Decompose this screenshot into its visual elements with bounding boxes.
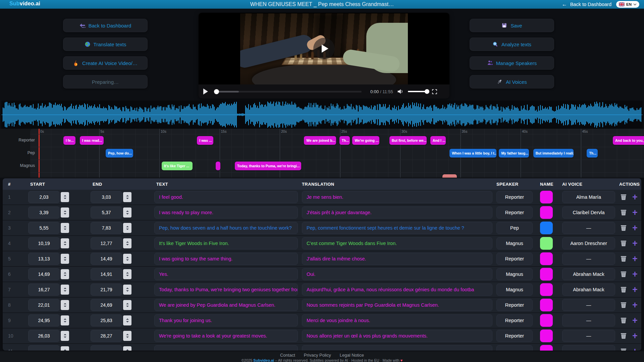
- ai-voice-input[interactable]: Claribel Dervla: [562, 206, 615, 219]
- back-to-dashboard-button[interactable]: BACKBack to Dashboard: [63, 19, 148, 32]
- end-time-input[interactable]: [91, 345, 122, 351]
- create-ai-voice-video-button[interactable]: Create AI Voice Video/…: [63, 56, 148, 70]
- delete-row-button[interactable]: [620, 224, 627, 232]
- start-time-input[interactable]: 2,03: [28, 191, 60, 203]
- add-row-button[interactable]: +: [632, 333, 638, 339]
- end-time-input[interactable]: 21,79: [91, 284, 122, 296]
- speaker-input[interactable]: [496, 345, 533, 351]
- progress-bar[interactable]: [215, 91, 362, 93]
- end-time-stepper[interactable]: [123, 223, 131, 233]
- add-row-button[interactable]: +: [632, 255, 638, 262]
- end-time-input[interactable]: 7,83: [91, 222, 122, 234]
- delete-row-button[interactable]: [620, 193, 627, 201]
- text-input[interactable]: I feel good.: [154, 191, 298, 203]
- text-input[interactable]: [154, 345, 298, 351]
- translation-input[interactable]: Aujourd'hui, grâce à Puma, nous réunisso…: [302, 284, 492, 296]
- speaker-input[interactable]: Reporter: [496, 206, 533, 219]
- start-time-stepper[interactable]: [61, 192, 69, 202]
- subtitle-segment[interactable]: And I ...: [430, 136, 446, 145]
- end-time-stepper[interactable]: [123, 285, 131, 295]
- text-input[interactable]: Today, thanks to Puma, we're bringing tw…: [154, 284, 298, 296]
- speaker-color-swatch[interactable]: [540, 283, 553, 296]
- add-row-button[interactable]: +: [632, 317, 638, 324]
- add-row-button[interactable]: +: [632, 240, 638, 247]
- ai-voice-input[interactable]: —: [562, 253, 615, 265]
- speaker-input[interactable]: Magnus: [496, 237, 533, 249]
- speaker-color-swatch[interactable]: [540, 237, 553, 250]
- subtitle-segment[interactable]: I fe...: [63, 136, 75, 145]
- subtitle-segment[interactable]: I was ...: [197, 136, 213, 145]
- fullscreen-icon[interactable]: [431, 88, 438, 95]
- subtitle-segment[interactable]: We're going ...: [352, 136, 379, 145]
- subtitle-segment[interactable]: [442, 174, 457, 178]
- start-time-stepper[interactable]: [61, 346, 69, 351]
- subtitle-segment[interactable]: When I was a little boy, I t...: [449, 149, 496, 158]
- end-time-input[interactable]: 25,83: [91, 314, 122, 326]
- start-time-input[interactable]: 16,27: [28, 284, 60, 296]
- end-time-stepper[interactable]: [123, 269, 131, 279]
- delete-row-button[interactable]: [620, 317, 627, 324]
- play-button[interactable]: [203, 88, 208, 95]
- text-input[interactable]: We're going to take a look at your great…: [154, 330, 298, 342]
- audio-waveform[interactable]: [1, 101, 643, 129]
- end-time-stepper[interactable]: [123, 346, 131, 351]
- start-time-stepper[interactable]: [61, 300, 69, 310]
- add-row-button[interactable]: +: [632, 348, 638, 351]
- subtitle-segment[interactable]: Th...: [339, 136, 350, 145]
- subtitle-segment[interactable]: We are joined b...: [304, 136, 336, 145]
- translation-input[interactable]: Nous allons jeter un œil à vos plus gran…: [302, 330, 492, 342]
- end-time-stepper[interactable]: [123, 315, 131, 325]
- speaker-color-swatch[interactable]: [540, 206, 553, 219]
- start-time-input[interactable]: 5,55: [28, 222, 60, 234]
- start-time-stepper[interactable]: [61, 207, 69, 218]
- add-row-button[interactable]: +: [632, 286, 638, 293]
- speaker-input[interactable]: Magnus: [496, 268, 533, 280]
- footer-link-privacy-policy[interactable]: Privacy Policy: [304, 353, 331, 358]
- text-input[interactable]: Thank you for joining us.: [154, 314, 298, 326]
- translation-input[interactable]: Merci de vous joindre à nous.: [302, 314, 492, 326]
- add-row-button[interactable]: +: [632, 302, 638, 308]
- end-time-stepper[interactable]: [123, 238, 131, 248]
- add-row-button[interactable]: +: [632, 194, 638, 200]
- ai-voice-input[interactable]: Aaron Dreschner: [562, 237, 615, 249]
- back-to-dashboard-link[interactable]: ← Back to Dashboard: [562, 1, 611, 7]
- subtitle-segment[interactable]: But first, before we...: [389, 136, 427, 145]
- delete-row-button[interactable]: [620, 332, 627, 340]
- start-time-stepper[interactable]: [61, 331, 69, 341]
- volume-slider[interactable]: [408, 91, 427, 92]
- subtitle-segment[interactable]: I was read...: [80, 136, 104, 145]
- start-time-input[interactable]: 14,69: [28, 268, 60, 280]
- speaker-color-swatch[interactable]: [540, 222, 553, 234]
- volume-icon[interactable]: [397, 88, 404, 95]
- start-time-input[interactable]: 24,95: [28, 314, 60, 326]
- footer-brand-link[interactable]: Subvideo.ai: [253, 358, 274, 362]
- ai-voice-input[interactable]: Abrahan Mack: [562, 268, 615, 280]
- speaker-input[interactable]: Reporter: [496, 330, 533, 342]
- progress-handle[interactable]: [214, 89, 219, 94]
- start-time-input[interactable]: 22,01: [28, 299, 60, 311]
- footer-link-legal-notice[interactable]: Legal Notice: [340, 353, 364, 358]
- end-time-stepper[interactable]: [123, 207, 131, 218]
- footer-link-contact[interactable]: Contact: [280, 353, 295, 358]
- subtitle-segment[interactable]: [216, 162, 220, 170]
- delete-row-button[interactable]: [620, 209, 627, 216]
- translation-input[interactable]: [302, 345, 492, 351]
- speaker-color-swatch[interactable]: [540, 329, 553, 342]
- speaker-color-swatch[interactable]: [540, 345, 553, 351]
- add-row-button[interactable]: +: [632, 271, 638, 278]
- start-time-input[interactable]: 26,03: [28, 330, 60, 342]
- speaker-color-swatch[interactable]: [540, 252, 553, 265]
- start-time-input[interactable]: 13,13: [28, 253, 60, 265]
- subtitle-segment[interactable]: It's like Tiger ...: [162, 162, 193, 170]
- subtitle-segment[interactable]: Pep, how do...: [106, 149, 133, 158]
- start-time-input[interactable]: 10,19: [28, 237, 60, 249]
- end-time-input[interactable]: 5,37: [91, 206, 122, 219]
- speaker-input[interactable]: Reporter: [496, 191, 533, 203]
- translate-texts-button[interactable]: Translate texts: [63, 38, 148, 51]
- text-input[interactable]: It's like Tiger Woods in Five Iron.: [154, 237, 298, 249]
- end-time-input[interactable]: 28,27: [91, 330, 122, 342]
- delete-row-button[interactable]: [620, 286, 627, 293]
- play-overlay-button[interactable]: [313, 38, 335, 59]
- text-input[interactable]: I was going to say the same thing.: [154, 253, 298, 265]
- end-time-input[interactable]: 12,77: [91, 237, 122, 249]
